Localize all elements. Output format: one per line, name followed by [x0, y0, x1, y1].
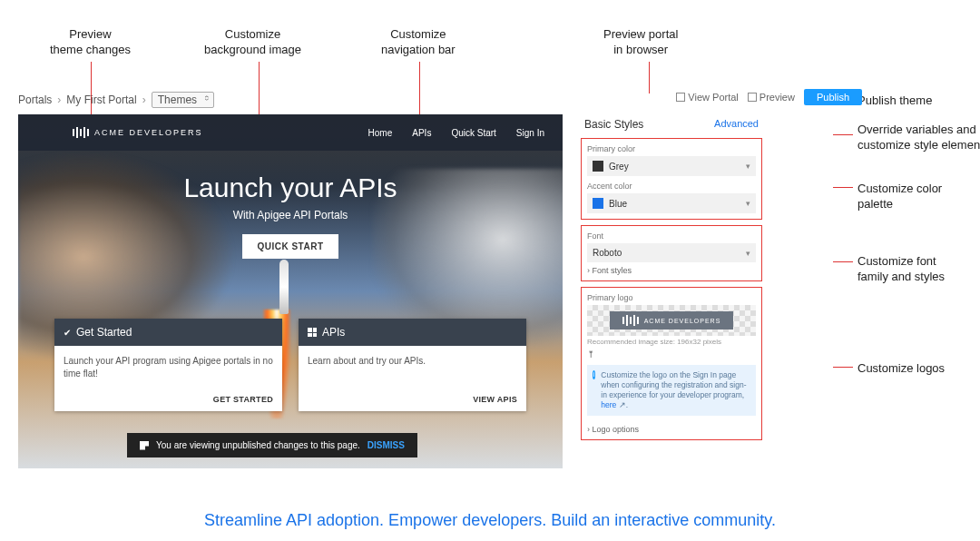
quick-start-button[interactable]: QUICK START	[242, 234, 338, 259]
card-body: Learn about and try our APIs.	[299, 346, 526, 389]
dismiss-button[interactable]: DISMISS	[368, 440, 405, 450]
banner-text: You are viewing unpublished changes to t…	[156, 440, 360, 450]
hero-background[interactable]: ACME DEVELOPERS Home APIs Quick Start Si…	[18, 114, 563, 468]
themes-dropdown[interactable]: Themes	[152, 92, 214, 108]
card-body: Launch your API program using Apigee por…	[54, 346, 282, 389]
grid-icon	[308, 328, 317, 337]
chevron-right-icon: ›	[57, 93, 61, 106]
view-portal-button[interactable]: View Portal	[676, 92, 738, 103]
breadcrumb: Portals › My First Portal › Themes	[18, 89, 563, 111]
callout-font: Customize font family and styles	[858, 254, 945, 285]
font-styles-link[interactable]: Font styles	[587, 262, 756, 275]
callout-override: Override variables and customize style e…	[858, 123, 980, 153]
info-icon: i	[593, 370, 595, 379]
toolbar: View Portal Preview Publish	[676, 89, 862, 105]
nav-quickstart[interactable]: Quick Start	[451, 128, 495, 138]
info-box: i Customize the logo on the Sign In page…	[587, 365, 756, 416]
card-action-get-started[interactable]: GET STARTED	[54, 389, 282, 411]
logo-icon	[622, 315, 639, 326]
check-icon	[64, 326, 71, 339]
font-label: Font	[587, 231, 756, 241]
breadcrumb-root[interactable]: Portals	[18, 93, 52, 106]
upload-button[interactable]: ⤒	[587, 349, 756, 359]
nav-apis[interactable]: APIs	[412, 128, 431, 138]
unpublished-banner: You are viewing unpublished changes to t…	[127, 433, 417, 457]
card-get-started: Get Started Launch your API program usin…	[54, 319, 282, 411]
callout-customize-nav: Customize navigation bar	[381, 27, 456, 58]
preview-button[interactable]: Preview	[748, 92, 795, 103]
logo-hint: Recommended image size: 196x32 pixels	[587, 338, 756, 346]
hero-title: Launch your APIs	[18, 172, 563, 203]
logo-label: Primary logo	[587, 293, 756, 302]
primary-color-select[interactable]: Grey	[587, 156, 756, 176]
callout-color-palette: Customize color palette	[858, 182, 980, 212]
color-group: Primary color Grey Accent color Blue	[581, 138, 762, 220]
accent-color-value: Blue	[609, 199, 627, 209]
external-icon	[748, 93, 757, 102]
accent-color-label: Accent color	[587, 182, 756, 191]
advanced-link[interactable]: Advanced	[714, 118, 759, 131]
breadcrumb-portal[interactable]: My First Portal	[66, 93, 136, 106]
callout-customize-bg: Customize background image	[204, 27, 301, 58]
flag-icon	[140, 441, 149, 450]
primary-color-label: Primary color	[587, 144, 756, 153]
font-group: Font Roboto Font styles	[581, 225, 762, 281]
swatch-icon	[593, 161, 603, 172]
logo-brand: ACME DEVELOPERS	[644, 318, 721, 324]
callout-publish-theme: Publish theme	[858, 93, 932, 109]
logo-preview[interactable]: ACME DEVELOPERS	[587, 305, 756, 336]
chevron-right-icon: ›	[142, 93, 146, 106]
nav-signin[interactable]: Sign In	[516, 128, 544, 138]
callout-preview-portal: Preview portal in browser	[603, 27, 678, 58]
sidebar-title: Basic Styles	[584, 118, 643, 131]
portal-navbar: ACME DEVELOPERS Home APIs Quick Start Si…	[18, 114, 563, 151]
card-title: APIs	[322, 326, 345, 339]
card-apis: APIs Learn about and try our APIs. VIEW …	[299, 319, 526, 411]
tagline: Streamline API adoption. Empower develop…	[0, 511, 980, 530]
card-title: Get Started	[76, 326, 132, 339]
external-icon	[676, 93, 685, 102]
brand-text: ACME DEVELOPERS	[94, 128, 203, 137]
card-action-view-apis[interactable]: VIEW APIS	[299, 389, 526, 411]
nav-home[interactable]: Home	[368, 128, 393, 138]
logo-group: Primary logo ACME DEVELOPERS Recommended…	[581, 287, 762, 440]
font-value: Roboto	[593, 248, 622, 258]
swatch-icon	[593, 198, 603, 209]
info-text: Customize the logo on the Sign In page w…	[601, 370, 746, 399]
logo-options-link[interactable]: Logo options	[587, 421, 756, 434]
theme-preview: ACME DEVELOPERS Home APIs Quick Start Si…	[18, 114, 563, 468]
primary-color-value: Grey	[609, 162, 629, 172]
styles-sidebar: Basic Styles Advanced Primary color Grey…	[581, 114, 762, 468]
callout-preview-theme: Preview theme changes	[50, 27, 131, 58]
accent-color-select[interactable]: Blue	[587, 193, 756, 213]
rocket-graphic	[279, 260, 289, 314]
hero-subtitle: With Apigee API Portals	[18, 209, 563, 221]
here-link[interactable]: here	[601, 400, 616, 409]
portal-logo[interactable]: ACME DEVELOPERS	[73, 127, 203, 138]
font-select[interactable]: Roboto	[587, 243, 756, 262]
publish-button[interactable]: Publish	[804, 89, 862, 105]
logo-icon	[73, 127, 89, 138]
callout-logos: Customize logos	[858, 361, 945, 377]
callout-line	[649, 62, 650, 93]
